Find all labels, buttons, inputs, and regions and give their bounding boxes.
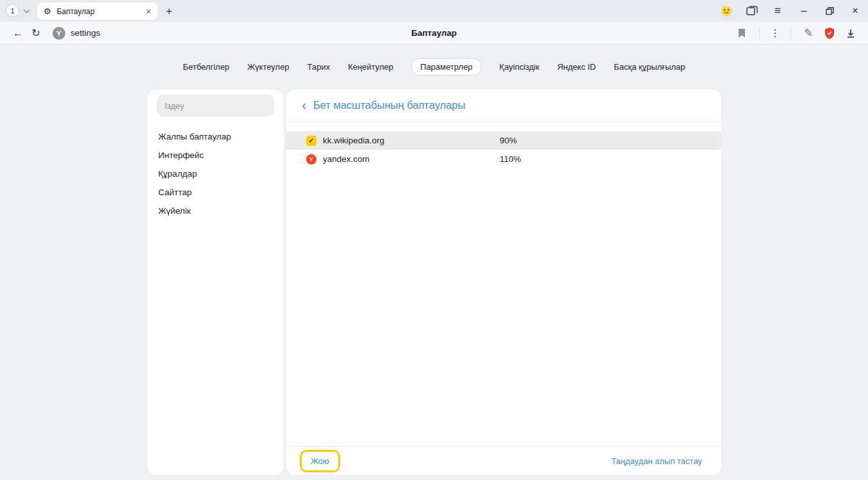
rewards-icon[interactable] bbox=[717, 3, 735, 19]
panel-header: ‹ Бет масштабының баптаулары bbox=[286, 90, 721, 122]
tab-title: Баптаулар bbox=[57, 7, 140, 16]
site-name: yandex.com bbox=[323, 154, 370, 164]
yandex-favicon-icon: Y bbox=[306, 154, 316, 164]
page-title: Баптаулар bbox=[411, 28, 457, 38]
sidebar-item-sites[interactable]: Сайттар bbox=[158, 183, 284, 202]
back-button[interactable]: ← bbox=[9, 28, 27, 38]
tab-history[interactable]: Тарих bbox=[307, 58, 331, 76]
toolbar-divider bbox=[790, 27, 791, 40]
minimize-button[interactable]: – bbox=[795, 3, 813, 19]
chevron-down-icon[interactable] bbox=[24, 7, 30, 13]
settings-nav-tabs: Бетбелгілер Жүктеулер Тарих Кеңейтулер П… bbox=[0, 45, 868, 76]
sidebar-item-tools[interactable]: Құралдар bbox=[158, 164, 284, 183]
menu-icon[interactable]: ≡ bbox=[769, 3, 787, 19]
tab-close-icon[interactable]: × bbox=[146, 7, 151, 16]
bookmark-icon[interactable] bbox=[733, 28, 750, 38]
browser-tab-settings[interactable]: ⚙ Баптаулар × bbox=[37, 3, 158, 20]
page-zoom-settings-panel: ‹ Бет масштабының баптаулары ✓ kk.wikipe… bbox=[286, 90, 721, 475]
protect-shield-icon[interactable] bbox=[821, 27, 838, 40]
gear-icon: ⚙ bbox=[44, 7, 51, 15]
tab-security[interactable]: Қауіпсіздік bbox=[500, 58, 539, 76]
sidebar-item-system[interactable]: Жүйелік bbox=[158, 202, 284, 220]
new-tab-button[interactable]: + bbox=[161, 3, 177, 20]
pen-edit-icon[interactable]: ✎ bbox=[800, 26, 817, 40]
delete-button[interactable]: Жою bbox=[302, 452, 338, 470]
back-chevron-icon[interactable]: ‹ bbox=[302, 98, 306, 111]
panel-footer: Жою Таңдаудан алып тастау bbox=[286, 446, 721, 475]
yandex-favicon-icon: Y bbox=[53, 27, 65, 40]
url-text[interactable]: settings bbox=[70, 28, 101, 38]
table-row[interactable]: Y yandex.com 110% bbox=[286, 150, 721, 168]
tabs-panel-icon[interactable] bbox=[743, 3, 761, 19]
search-input[interactable] bbox=[157, 95, 274, 116]
tab-settings[interactable]: Параметрлер bbox=[411, 58, 482, 76]
more-actions-icon[interactable]: ⋮ bbox=[769, 27, 782, 39]
tab-other-devices[interactable]: Басқа құрылғылар bbox=[614, 58, 685, 76]
site-zoom-list: ✓ kk.wikipedia.org 90% Y yandex.com 110% bbox=[286, 131, 721, 168]
sidebar-item-general[interactable]: Жалпы баптаулар bbox=[158, 127, 284, 146]
tab-group-counter[interactable]: 1 bbox=[6, 4, 19, 17]
tab-downloads[interactable]: Жүктеулер bbox=[247, 58, 290, 76]
settings-sidebar: Жалпы баптаулар Интерфейс Құралдар Сайтт… bbox=[147, 90, 284, 475]
window-tab-strip: 1 ⚙ Баптаулар × + ≡ – × bbox=[0, 0, 868, 22]
sidebar-item-interface[interactable]: Интерфейс bbox=[158, 146, 284, 164]
restore-button[interactable] bbox=[821, 3, 839, 19]
tab-yandex-id[interactable]: Яндекс ID bbox=[557, 58, 596, 76]
panel-title[interactable]: Бет масштабының баптаулары bbox=[313, 99, 465, 111]
download-icon[interactable] bbox=[842, 28, 859, 38]
browser-toolbar: ← ↻ Y settings Баптаулар ⋮ ✎ bbox=[0, 22, 868, 45]
close-window-button[interactable]: × bbox=[846, 3, 864, 19]
table-row[interactable]: ✓ kk.wikipedia.org 90% bbox=[286, 131, 721, 150]
reload-button[interactable]: ↻ bbox=[27, 28, 45, 38]
zoom-value[interactable]: 110% bbox=[500, 154, 521, 164]
address-bar[interactable]: Y settings bbox=[53, 27, 101, 40]
sidebar-list: Жалпы баптаулар Интерфейс Құралдар Сайтт… bbox=[147, 127, 284, 220]
toolbar-divider bbox=[759, 27, 760, 40]
tab-bookmarks[interactable]: Бетбелгілер bbox=[183, 58, 229, 76]
checkbox-checked-icon[interactable]: ✓ bbox=[306, 136, 316, 146]
site-name: kk.wikipedia.org bbox=[323, 136, 384, 145]
zoom-value[interactable]: 90% bbox=[500, 136, 517, 145]
tab-extensions[interactable]: Кеңейтулер bbox=[348, 58, 393, 76]
deselect-all-link[interactable]: Таңдаудан алып тастау bbox=[611, 456, 702, 466]
